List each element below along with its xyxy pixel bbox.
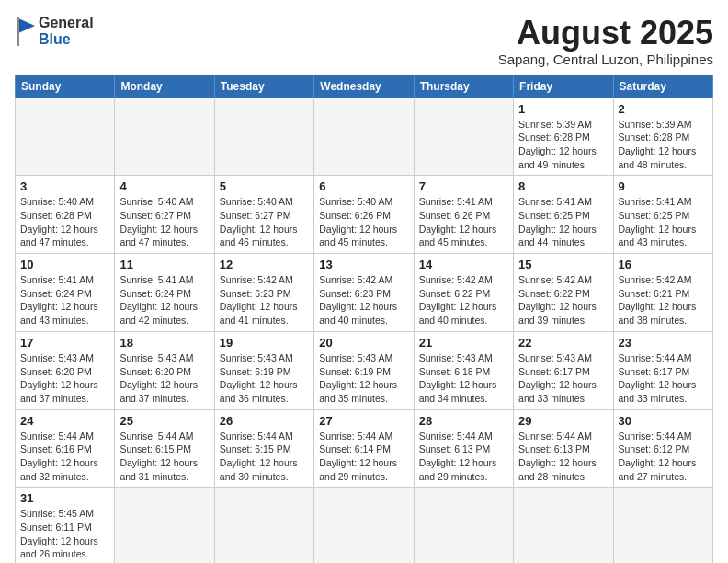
day-info: Sunrise: 5:41 AM Sunset: 6:24 PM Dayligh… [20, 273, 109, 327]
day-info: Sunrise: 5:42 AM Sunset: 6:23 PM Dayligh… [220, 273, 309, 327]
day-info: Sunrise: 5:42 AM Sunset: 6:22 PM Dayligh… [518, 273, 608, 327]
day-info: Sunrise: 5:43 AM Sunset: 6:19 PM Dayligh… [319, 351, 408, 406]
col-header-saturday: Saturday [613, 75, 712, 98]
table-row: 18Sunrise: 5:43 AM Sunset: 6:20 PM Dayli… [115, 331, 214, 409]
table-row: 2Sunrise: 5:39 AM Sunset: 6:28 PM Daylig… [613, 98, 712, 176]
table-row: 20Sunrise: 5:43 AM Sunset: 6:19 PM Dayli… [314, 331, 414, 409]
table-row [16, 98, 115, 176]
day-number: 23 [619, 336, 708, 350]
day-info: Sunrise: 5:40 AM Sunset: 6:28 PM Dayligh… [20, 195, 109, 249]
day-info: Sunrise: 5:43 AM Sunset: 6:20 PM Dayligh… [20, 351, 109, 406]
table-row [613, 488, 712, 563]
day-number: 1 [518, 102, 608, 116]
day-info: Sunrise: 5:41 AM Sunset: 6:26 PM Dayligh… [419, 195, 508, 249]
day-info: Sunrise: 5:44 AM Sunset: 6:14 PM Dayligh… [319, 430, 408, 484]
table-row: 15Sunrise: 5:42 AM Sunset: 6:22 PM Dayli… [514, 254, 613, 332]
day-number: 3 [20, 179, 109, 193]
day-number: 31 [20, 491, 109, 505]
day-number: 16 [619, 258, 708, 271]
table-row: 28Sunrise: 5:44 AM Sunset: 6:13 PM Dayli… [414, 409, 513, 488]
day-info: Sunrise: 5:42 AM Sunset: 6:23 PM Dayligh… [319, 273, 408, 327]
calendar-header-row: SundayMondayTuesdayWednesdayThursdayFrid… [16, 75, 713, 98]
calendar-week-5: 24Sunrise: 5:44 AM Sunset: 6:16 PM Dayli… [16, 409, 713, 488]
day-number: 9 [619, 179, 708, 193]
table-row [314, 488, 414, 563]
table-row: 14Sunrise: 5:42 AM Sunset: 6:22 PM Dayli… [414, 254, 513, 332]
table-row: 1Sunrise: 5:39 AM Sunset: 6:28 PM Daylig… [514, 98, 613, 176]
day-info: Sunrise: 5:43 AM Sunset: 6:17 PM Dayligh… [518, 351, 608, 406]
table-row: 9Sunrise: 5:41 AM Sunset: 6:25 PM Daylig… [613, 176, 712, 254]
day-number: 6 [319, 179, 408, 193]
logo-container: General Blue [15, 15, 94, 48]
page-header: General Blue August 2025 Sapang, Central… [15, 15, 713, 67]
day-number: 14 [419, 258, 508, 271]
table-row [414, 98, 513, 176]
day-info: Sunrise: 5:41 AM Sunset: 6:25 PM Dayligh… [518, 195, 608, 249]
calendar-week-1: 1Sunrise: 5:39 AM Sunset: 6:28 PM Daylig… [16, 98, 713, 176]
logo-general-text: General [39, 15, 94, 31]
day-info: Sunrise: 5:43 AM Sunset: 6:20 PM Dayligh… [119, 351, 209, 406]
table-row: 6Sunrise: 5:40 AM Sunset: 6:26 PM Daylig… [314, 176, 414, 254]
table-row: 26Sunrise: 5:44 AM Sunset: 6:15 PM Dayli… [214, 409, 313, 488]
day-info: Sunrise: 5:41 AM Sunset: 6:25 PM Dayligh… [619, 195, 708, 249]
logo-blue-text: Blue [39, 31, 94, 48]
table-row: 30Sunrise: 5:44 AM Sunset: 6:12 PM Dayli… [613, 409, 712, 488]
table-row: 13Sunrise: 5:42 AM Sunset: 6:23 PM Dayli… [314, 254, 414, 332]
table-row: 11Sunrise: 5:41 AM Sunset: 6:24 PM Dayli… [115, 254, 214, 332]
calendar-week-3: 10Sunrise: 5:41 AM Sunset: 6:24 PM Dayli… [16, 254, 713, 332]
day-info: Sunrise: 5:44 AM Sunset: 6:15 PM Dayligh… [220, 430, 309, 484]
table-row: 7Sunrise: 5:41 AM Sunset: 6:26 PM Daylig… [414, 176, 513, 254]
table-row: 22Sunrise: 5:43 AM Sunset: 6:17 PM Dayli… [514, 331, 613, 409]
table-row: 25Sunrise: 5:44 AM Sunset: 6:15 PM Dayli… [115, 409, 214, 488]
day-number: 8 [518, 179, 608, 193]
table-row: 10Sunrise: 5:41 AM Sunset: 6:24 PM Dayli… [16, 254, 115, 332]
day-info: Sunrise: 5:44 AM Sunset: 6:16 PM Dayligh… [20, 430, 109, 484]
table-row: 5Sunrise: 5:40 AM Sunset: 6:27 PM Daylig… [214, 176, 313, 254]
day-number: 2 [619, 102, 708, 116]
day-info: Sunrise: 5:45 AM Sunset: 6:11 PM Dayligh… [20, 507, 109, 561]
table-row [514, 488, 613, 563]
table-row [414, 488, 513, 563]
day-number: 20 [319, 336, 408, 350]
calendar-week-4: 17Sunrise: 5:43 AM Sunset: 6:20 PM Dayli… [16, 331, 713, 409]
table-row: 21Sunrise: 5:43 AM Sunset: 6:18 PM Dayli… [414, 331, 513, 409]
calendar-week-2: 3Sunrise: 5:40 AM Sunset: 6:28 PM Daylig… [16, 176, 713, 254]
logo: General Blue [15, 15, 94, 48]
logo-flag-icon [15, 15, 37, 48]
day-number: 17 [20, 336, 109, 350]
table-row [214, 98, 313, 176]
day-number: 26 [220, 414, 309, 428]
day-info: Sunrise: 5:44 AM Sunset: 6:12 PM Dayligh… [619, 430, 708, 484]
day-number: 4 [119, 179, 209, 193]
table-row: 12Sunrise: 5:42 AM Sunset: 6:23 PM Dayli… [214, 254, 313, 332]
day-number: 7 [419, 179, 508, 193]
col-header-friday: Friday [514, 75, 613, 98]
day-number: 19 [220, 336, 309, 350]
day-number: 12 [220, 258, 309, 271]
day-number: 22 [518, 336, 608, 350]
col-header-wednesday: Wednesday [314, 75, 414, 98]
day-number: 28 [419, 414, 508, 428]
day-info: Sunrise: 5:43 AM Sunset: 6:18 PM Dayligh… [419, 351, 508, 406]
col-header-monday: Monday [115, 75, 214, 98]
day-info: Sunrise: 5:44 AM Sunset: 6:13 PM Dayligh… [419, 430, 508, 484]
day-info: Sunrise: 5:40 AM Sunset: 6:26 PM Dayligh… [319, 195, 408, 249]
col-header-sunday: Sunday [16, 75, 115, 98]
table-row: 31Sunrise: 5:45 AM Sunset: 6:11 PM Dayli… [16, 488, 115, 563]
table-row: 24Sunrise: 5:44 AM Sunset: 6:16 PM Dayli… [16, 409, 115, 488]
day-number: 13 [319, 258, 408, 271]
day-number: 30 [619, 414, 708, 428]
table-row [314, 98, 414, 176]
table-row: 27Sunrise: 5:44 AM Sunset: 6:14 PM Dayli… [314, 409, 414, 488]
title-area: August 2025 Sapang, Central Luzon, Phili… [498, 15, 713, 67]
table-row: 4Sunrise: 5:40 AM Sunset: 6:27 PM Daylig… [115, 176, 214, 254]
col-header-thursday: Thursday [414, 75, 513, 98]
table-row [115, 488, 214, 563]
day-number: 18 [119, 336, 209, 350]
table-row [115, 98, 214, 176]
day-info: Sunrise: 5:44 AM Sunset: 6:13 PM Dayligh… [518, 430, 608, 484]
day-number: 29 [518, 414, 608, 428]
day-info: Sunrise: 5:39 AM Sunset: 6:28 PM Dayligh… [518, 118, 608, 172]
month-year-title: August 2025 [498, 15, 713, 52]
location-subtitle: Sapang, Central Luzon, Philippines [498, 52, 713, 67]
